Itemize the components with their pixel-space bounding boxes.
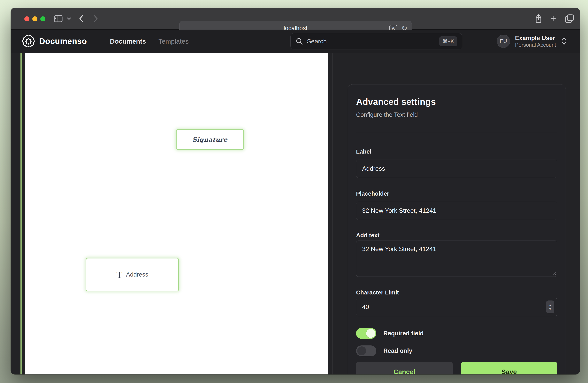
read-only-toggle-label: Read only bbox=[383, 347, 412, 354]
brand[interactable]: Documenso bbox=[22, 35, 87, 48]
toggle-knob bbox=[366, 329, 375, 338]
panel-title: Advanced settings bbox=[356, 96, 557, 107]
tabs-icon bbox=[565, 14, 574, 23]
text-field-label: Address bbox=[126, 271, 148, 278]
browser-window: localhost A ↻ + bbox=[11, 8, 580, 374]
character-limit-input[interactable] bbox=[356, 298, 557, 316]
number-stepper[interactable]: ▲ ▼ bbox=[546, 301, 554, 313]
sidebar-icon bbox=[54, 15, 63, 22]
cancel-button[interactable]: Cancel bbox=[356, 362, 453, 375]
forward-icon bbox=[93, 15, 98, 22]
search-input[interactable]: Search ⌘+K bbox=[290, 33, 462, 49]
toggle-knob bbox=[357, 346, 366, 355]
chevrons-updown-icon bbox=[561, 37, 567, 46]
document-accent-line bbox=[21, 53, 22, 374]
new-tab-button[interactable]: + bbox=[550, 14, 556, 24]
signature-field-label: Signature bbox=[192, 136, 228, 143]
search-placeholder: Search bbox=[307, 38, 435, 45]
user-menu[interactable]: EU Example User Personal Account bbox=[497, 32, 567, 50]
nav-item-documents[interactable]: Documents bbox=[110, 38, 146, 45]
share-button[interactable] bbox=[535, 14, 542, 24]
stepper-up-icon[interactable]: ▲ bbox=[549, 303, 552, 306]
search-icon bbox=[296, 38, 303, 45]
nav-item-templates[interactable]: Templates bbox=[158, 38, 189, 45]
user-account-type: Personal Account bbox=[515, 42, 556, 48]
label-field-label: Label bbox=[356, 148, 557, 155]
panel-divider bbox=[333, 53, 333, 374]
document-page: Signature T Address bbox=[25, 53, 328, 374]
plus-icon: + bbox=[550, 13, 556, 24]
sidebar-menu-button[interactable] bbox=[67, 14, 71, 24]
back-icon bbox=[79, 15, 84, 22]
brand-name: Documenso bbox=[39, 37, 87, 46]
panel-rule bbox=[356, 133, 557, 133]
read-only-toggle[interactable] bbox=[356, 345, 376, 356]
forward-button[interactable] bbox=[93, 14, 98, 24]
stepper-down-icon[interactable]: ▼ bbox=[549, 307, 552, 311]
documenso-logo-icon bbox=[22, 35, 35, 48]
zoom-window-button[interactable] bbox=[40, 16, 45, 21]
save-button[interactable]: Save bbox=[461, 362, 558, 375]
placeholder-field-label: Placeholder bbox=[356, 190, 557, 197]
main-nav: Documents Templates bbox=[110, 38, 189, 45]
signature-field-box[interactable]: Signature bbox=[176, 129, 244, 150]
required-field-toggle[interactable] bbox=[356, 328, 376, 339]
add-text-textarea[interactable]: 32 New York Street, 41241 bbox=[356, 241, 557, 277]
avatar: EU bbox=[497, 35, 510, 48]
label-field-input[interactable] bbox=[356, 160, 557, 178]
minimize-window-button[interactable] bbox=[32, 16, 37, 21]
add-text-field-label: Add text bbox=[356, 232, 557, 239]
chevron-down-icon bbox=[67, 17, 71, 20]
share-icon bbox=[535, 14, 542, 23]
placeholder-field-input[interactable] bbox=[356, 202, 557, 220]
advanced-settings-panel: Advanced settings Configure the Text fie… bbox=[348, 84, 566, 374]
browser-toolbar: localhost A ↻ + bbox=[11, 8, 580, 30]
tab-overview-button[interactable] bbox=[565, 14, 574, 24]
required-field-toggle-label: Required field bbox=[383, 330, 424, 337]
user-name: Example User bbox=[515, 35, 556, 42]
close-window-button[interactable] bbox=[24, 16, 29, 21]
search-shortcut-badge: ⌘+K bbox=[439, 36, 457, 46]
window-controls bbox=[24, 16, 45, 21]
text-field-box[interactable]: T Address bbox=[86, 258, 179, 291]
text-field-icon: T bbox=[116, 269, 122, 280]
panel-subtitle: Configure the Text field bbox=[356, 111, 557, 118]
back-button[interactable] bbox=[79, 14, 84, 24]
app-header: Documenso Documents Templates Search ⌘+K… bbox=[11, 30, 580, 53]
sidebar-toggle-button[interactable] bbox=[54, 14, 63, 24]
app-main: Signature T Address Advanced settings Co… bbox=[11, 53, 580, 374]
character-limit-label: Character Limit bbox=[356, 289, 557, 296]
